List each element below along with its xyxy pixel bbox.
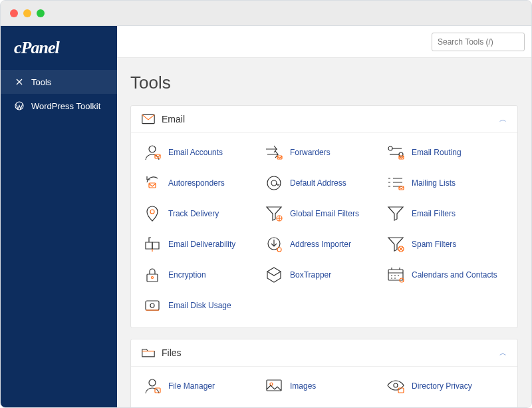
sidebar-item-wordpress[interactable]: WordPress Toolkit	[1, 94, 117, 118]
panel-header[interactable]: Files ︿	[131, 339, 517, 367]
sidebar-item-tools[interactable]: Tools	[1, 70, 117, 94]
svg-point-26	[270, 383, 273, 385]
tool-label: Default Address	[290, 178, 346, 188]
svg-point-10	[271, 180, 277, 186]
file-user-icon	[143, 377, 162, 395]
wrench-icon	[14, 77, 25, 87]
tool-label: Email Disk Usage	[168, 301, 231, 310]
tool-email-routing[interactable]: Email Routing	[385, 137, 507, 168]
tool-calendars-contacts[interactable]: Calendars and Contacts	[385, 260, 507, 290]
at-icon	[265, 174, 283, 192]
tool-mailing-lists[interactable]: Mailing Lists	[385, 168, 507, 198]
main-area: Tools Email ︿ Email Accounts	[117, 26, 531, 408]
funnel-globe-icon	[265, 205, 283, 222]
routing-icon	[386, 144, 405, 161]
svg-point-22	[150, 304, 154, 307]
eye-icon	[386, 377, 405, 395]
content-scroll: Tools Email ︿ Email Accounts	[117, 58, 531, 408]
mailbox-icon	[143, 236, 162, 253]
topbar	[117, 26, 531, 58]
tool-label: Email Routing	[412, 148, 462, 157]
tool-label: Forwarders	[290, 148, 331, 157]
wordpress-icon	[14, 101, 25, 111]
panel-email: Email ︿ Email Accounts Forwarders	[130, 105, 518, 328]
reply-icon	[143, 174, 162, 192]
svg-point-15	[277, 248, 281, 252]
panel-files: Files ︿ File Manager Images	[130, 339, 518, 408]
tool-file-manager[interactable]: File Manager	[142, 371, 263, 401]
tool-images[interactable]: Images	[263, 371, 385, 401]
tool-autoresponders[interactable]: Autoresponders	[142, 168, 263, 198]
svg-point-18	[152, 277, 154, 279]
tool-web-disk[interactable]: Web Disk	[263, 401, 385, 408]
maximize-window-icon[interactable]	[37, 9, 45, 17]
tool-label: Encryption	[168, 270, 206, 280]
tool-email-accounts[interactable]: Email Accounts	[142, 137, 263, 168]
tool-encryption[interactable]: Encryption	[142, 260, 263, 290]
app-shell: cPanel Tools WordPress Toolkit Tools	[1, 26, 531, 408]
panel-body-email: Email Accounts Forwarders Email Routing	[131, 133, 517, 327]
tool-email-disk-usage[interactable]: Email Disk Usage	[142, 290, 263, 321]
tool-email-filters[interactable]: Email Filters	[385, 198, 507, 229]
tool-label: Autoresponders	[168, 178, 225, 188]
traffic-lights	[10, 9, 45, 17]
svg-point-27	[394, 383, 398, 387]
svg-point-12	[150, 210, 154, 214]
user-icon	[143, 144, 162, 161]
search-input[interactable]	[432, 33, 525, 51]
panel-header[interactable]: Email ︿	[131, 106, 517, 133]
tool-label: File Manager	[168, 381, 215, 391]
browser-window: cPanel Tools WordPress Toolkit Tools	[0, 0, 532, 408]
tool-global-email-filters[interactable]: Global Email Filters	[263, 198, 385, 229]
svg-rect-8	[149, 183, 156, 188]
tool-email-deliverability[interactable]: Email Deliverability	[142, 229, 263, 260]
chevron-up-icon: ︿	[499, 114, 507, 124]
brand-text: cPanel	[14, 38, 59, 57]
sidebar: cPanel Tools WordPress Toolkit	[1, 26, 117, 408]
tool-label: Global Email Filters	[290, 209, 359, 218]
tool-label: Directory Privacy	[412, 381, 472, 391]
svg-point-9	[267, 176, 281, 190]
tool-label: Email Filters	[412, 209, 456, 218]
tool-label: Images	[290, 381, 316, 391]
page-title: Tools	[130, 58, 518, 105]
funnel-spam-icon	[386, 236, 405, 253]
panel-title: Email	[162, 114, 499, 124]
disk-icon	[143, 297, 162, 314]
envelope-icon	[142, 114, 155, 124]
svg-point-5	[388, 146, 392, 150]
lock-icon	[143, 266, 162, 284]
sidebar-item-label: WordPress Toolkit	[31, 101, 100, 111]
close-window-icon[interactable]	[10, 9, 18, 17]
tool-spam-filters[interactable]: Spam Filters	[385, 229, 507, 260]
list-icon	[386, 174, 405, 192]
panel-title: Files	[162, 347, 499, 358]
svg-rect-17	[147, 274, 158, 282]
import-icon	[265, 236, 283, 253]
minimize-window-icon[interactable]	[23, 9, 31, 17]
brand-logo[interactable]: cPanel	[1, 26, 117, 70]
tool-track-delivery[interactable]: Track Delivery	[142, 198, 263, 229]
chevron-up-icon: ︿	[499, 348, 507, 358]
pin-icon	[143, 205, 162, 222]
tool-boxtrapper[interactable]: BoxTrapper	[263, 260, 385, 290]
sidebar-item-label: Tools	[31, 77, 51, 87]
forward-icon	[265, 144, 283, 161]
svg-point-23	[149, 379, 156, 386]
funnel-icon	[386, 205, 405, 222]
svg-rect-21	[146, 301, 159, 310]
svg-rect-11	[399, 186, 404, 190]
tool-forwarders[interactable]: Forwarders	[263, 137, 385, 168]
tool-disk-usage[interactable]: Disk Usage	[142, 401, 263, 408]
tool-label: Email Deliverability	[168, 240, 235, 249]
tool-label: Mailing Lists	[412, 178, 456, 188]
tool-address-importer[interactable]: Address Importer	[263, 229, 385, 260]
tool-label: Spam Filters	[412, 240, 456, 249]
tool-default-address[interactable]: Default Address	[263, 168, 385, 198]
tool-ftp-accounts[interactable]: FTP FTP Accounts	[385, 401, 507, 408]
svg-point-2	[149, 146, 156, 152]
calendar-icon	[386, 266, 405, 284]
tool-label: Track Delivery	[168, 209, 219, 218]
tool-directory-privacy[interactable]: Directory Privacy	[385, 371, 507, 401]
tool-label: Email Accounts	[168, 148, 223, 157]
